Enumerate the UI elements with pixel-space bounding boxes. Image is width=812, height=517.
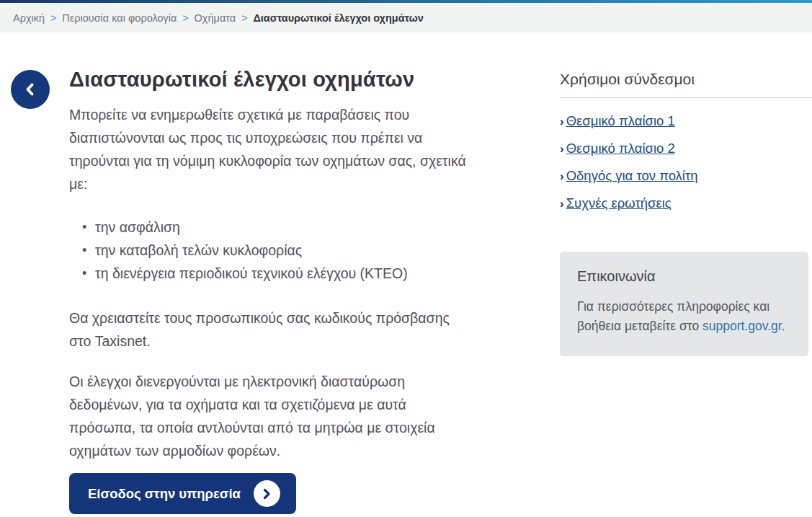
contact-text-after: . [782,319,785,333]
chevron-left-icon [22,81,38,97]
breadcrumb-current-page: Διασταυρωτικοί έλεγχοι οχημάτων [253,12,424,24]
contact-text: Για περισσότερες πληροφορίες και βοήθεια… [577,297,791,336]
list-item: › Οδηγός για τον πολίτη [560,167,812,185]
breadcrumb-separator-icon: > [241,12,247,24]
arrow-right-icon [254,480,280,507]
list-item: › Συχνές ερωτήσεις [560,195,812,213]
breadcrumb-link-home[interactable]: Αρχική [13,12,45,24]
intro-paragraph: Μπορείτε να ενημερωθείτε σχετικά με παρα… [69,103,470,195]
checks-paragraph: Οι έλεγχοι διενεργούνται με ηλεκτρονική … [69,370,470,462]
credentials-paragraph: Θα χρειαστείτε τους προσωπικούς σας κωδι… [69,306,470,353]
link-citizen-guide[interactable]: Οδηγός για τον πολίτη [566,167,698,185]
breadcrumb-separator-icon: > [50,12,56,24]
obligations-list: την ασφάλιση την καταβολή τελών κυκλοφορ… [69,216,470,285]
link-legal-framework-2[interactable]: Θεσμικό πλαίσιο 2 [566,140,675,157]
breadcrumb: Αρχική > Περιουσία και φορολογία > Οχήμα… [0,3,812,32]
sidebar: Χρήσιμοι σύνδεσμοι › Θεσμικό πλαίσιο 1 ›… [560,71,812,356]
chevron-right-icon: › [560,141,564,158]
link-faq[interactable]: Συχνές ερωτήσεις [566,195,672,212]
contact-box: Επικοινωνία Για περισσότερες πληροφορίες… [560,252,808,356]
main-content: Διασταυρωτικοί έλεγχοι οχημάτων Μπορείτε… [69,66,470,480]
chevron-right-icon: › [560,168,564,185]
service-login-button[interactable]: Είσοδος στην υπηρεσία [69,473,296,514]
back-button[interactable] [11,70,50,109]
breadcrumb-separator-icon: > [182,12,188,24]
list-item: › Θεσμικό πλαίσιο 2 [560,140,812,158]
list-item: τη διενέργεια περιοδικού τεχνικού ελέγχο… [82,262,470,285]
useful-links-title: Χρήσιμοι σύνδεσμοι [560,71,812,88]
chevron-right-icon: › [560,113,564,131]
link-legal-framework-1[interactable]: Θεσμικό πλαίσιο 1 [566,112,675,130]
list-item: την ασφάλιση [82,216,470,239]
list-item: την καταβολή τελών κυκλοφορίας [82,239,470,262]
service-login-button-label: Είσοδος στην υπηρεσία [88,486,241,502]
breadcrumb-link-property-tax[interactable]: Περιουσία και φορολογία [62,12,177,24]
breadcrumb-link-vehicles[interactable]: Οχήματα [195,12,236,24]
useful-links-list: › Θεσμικό πλαίσιο 1 › Θεσμικό πλαίσιο 2 … [560,108,812,218]
sidebar-divider [560,97,812,98]
chevron-right-icon: › [560,195,564,213]
support-gov-gr-link[interactable]: support.gov.gr [702,319,782,333]
contact-title: Επικοινωνία [577,268,791,285]
list-item: › Θεσμικό πλαίσιο 1 [560,112,812,131]
page-title: Διασταυρωτικοί έλεγχοι οχημάτων [69,66,470,92]
